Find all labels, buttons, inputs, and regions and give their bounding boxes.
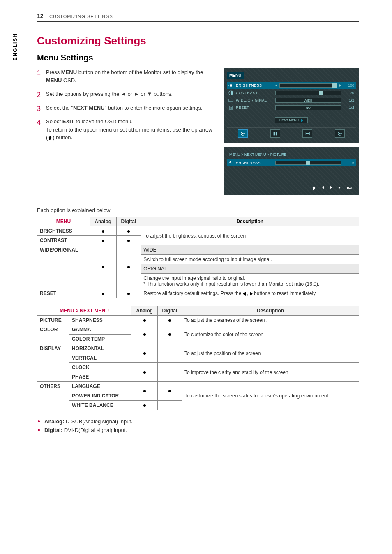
group-cell: OTHERS	[37, 382, 69, 410]
wide-original-select[interactable]: WIDE	[275, 98, 341, 103]
desc-cell: ORIGINAL	[141, 264, 359, 274]
step-text: Select the "	[46, 105, 73, 111]
dot-icon	[102, 240, 104, 242]
step-text: " button to enter the more option settin…	[105, 105, 203, 111]
note-text: Each option is explained below.	[37, 207, 359, 213]
osd-label: SHARPNESS	[236, 161, 273, 165]
osd-tab-display[interactable]	[270, 129, 280, 138]
svg-rect-12	[276, 132, 277, 136]
dot-icon	[143, 333, 146, 336]
brightness-icon	[228, 83, 233, 88]
menu-table: MENU Analog Digital Description BRIGHTNE…	[37, 217, 359, 298]
left-arrow-icon	[243, 292, 246, 296]
osd-exit-button[interactable]: EXIT	[347, 186, 354, 191]
analog-cell	[90, 236, 116, 245]
osd-row-wideoriginal[interactable]: WIDE/ORIGINAL WIDE 1/2	[227, 97, 356, 104]
reset-icon: R	[228, 105, 233, 110]
right-arrow-icon	[250, 292, 253, 296]
table-row: OTHERS LANGUAGE To customize the screen …	[37, 382, 359, 391]
osd-menu-panel: MENU BRIGHTNESS 100	[224, 68, 359, 143]
osd-row-brightness[interactable]: BRIGHTNESS 100	[227, 82, 356, 89]
table-row: CLOCK To improve the clarity and stabili…	[37, 363, 359, 372]
dot-icon	[143, 352, 146, 355]
note-label: Analog:	[44, 418, 64, 425]
digital-cell	[157, 344, 182, 363]
subtitle: Menu Settings	[37, 53, 359, 62]
menu-name-cell: WIDE/ORIGINAL	[37, 245, 90, 289]
table-header-analog: Analog	[90, 217, 116, 226]
sharpness-slider[interactable]	[275, 161, 341, 165]
table-header-analog: Analog	[131, 306, 158, 316]
item-cell: PHASE	[69, 372, 131, 382]
svg-point-16	[339, 133, 341, 134]
step-text: Set the options by pressing the ◄ or ► o…	[46, 91, 173, 97]
contrast-slider[interactable]	[275, 91, 341, 95]
item-cell: SHARPNESS	[69, 316, 131, 325]
osd-row-contrast[interactable]: CONTRAST 70	[227, 89, 356, 97]
notes-list: Analog: D-SUB(Analog signal) input. Digi…	[37, 418, 359, 433]
slider-left-arrow-icon	[275, 84, 277, 87]
osd-breadcrumb: MENU > NEXT MENU > PICTURE	[227, 150, 356, 159]
analog-cell	[131, 401, 158, 410]
analog-cell	[90, 289, 116, 298]
dot-icon	[168, 319, 171, 322]
digital-cell	[157, 401, 182, 410]
desc-cell: To customize the color of the screen	[182, 325, 359, 344]
osd-tab-others[interactable]	[335, 129, 345, 138]
osd-up-button[interactable]	[311, 186, 316, 191]
table-header-digital: Digital	[116, 217, 141, 226]
step-number: 4	[37, 118, 41, 127]
dot-icon	[127, 293, 130, 295]
osd-tab-screen[interactable]	[302, 129, 312, 138]
osd-down-button[interactable]	[338, 186, 341, 191]
note-analog: Analog: D-SUB(Analog signal) input.	[44, 418, 359, 425]
item-cell: POWER INDICATOR	[69, 391, 131, 401]
desc-text: buttons to reset immediately.	[253, 291, 317, 296]
button-label: NEXT MENU	[279, 118, 299, 122]
analog-cell	[131, 363, 158, 382]
reset-select[interactable]: NO	[275, 105, 341, 110]
table-row: BRIGHTNESS To adjust the brightness, con…	[37, 226, 359, 236]
digital-cell	[116, 236, 141, 245]
osd-label: CONTRAST	[236, 91, 273, 95]
desc-cell: Change the input image signal ratio to o…	[141, 274, 359, 289]
table-row: PICTURE SHARPNESS To adjust the clearnes…	[37, 316, 359, 325]
main-title: Customizing Settings	[37, 35, 359, 47]
dot-icon	[127, 266, 130, 268]
osd-row-sharpness[interactable]: A SHARPNESS 5	[227, 159, 356, 166]
step-text: ) button.	[53, 134, 72, 141]
next-menu-button[interactable]: NEXT MENU	[275, 117, 308, 123]
item-cell: COLOR TEMP	[69, 335, 131, 344]
digital-cell	[157, 325, 182, 344]
contrast-icon	[228, 90, 233, 95]
aspect-icon	[228, 98, 233, 103]
osd-row-reset[interactable]: R RESET NO 1/2	[227, 104, 356, 111]
step-text: OSD.	[62, 77, 76, 83]
analog-cell	[90, 245, 116, 289]
desc-text: Restore all factory default settings. Pr…	[143, 291, 242, 296]
osd-tab-color[interactable]	[238, 129, 248, 138]
osd-value: 100	[344, 83, 354, 88]
item-cell: HORIZONTAL	[69, 344, 131, 353]
desc-cell: Switch to full screen mode according to …	[141, 255, 359, 264]
table-header-menu: MENU > NEXT MENU	[37, 306, 131, 316]
desc-cell: Restore all factory default settings. Pr…	[141, 289, 359, 298]
table-header-digital: Digital	[157, 306, 182, 316]
osd-value: 70	[344, 91, 354, 95]
osd-left-button[interactable]	[322, 186, 324, 191]
dot-icon	[168, 390, 171, 392]
dot-icon	[127, 230, 130, 233]
step-bold: MENU	[61, 69, 77, 75]
item-cell: CLOCK	[69, 363, 131, 372]
osd-right-button[interactable]	[330, 186, 332, 191]
osd-value: 1/2	[344, 106, 354, 110]
desc-cell: To improve the clarity and stability of …	[182, 363, 359, 382]
digital-cell	[116, 289, 141, 298]
step-2: 2 Set the options by pressing the ◄ or ►…	[37, 90, 215, 98]
desc-cell: WIDE	[141, 245, 359, 255]
group-cell: PICTURE	[37, 316, 69, 325]
next-menu-table: MENU > NEXT MENU Analog Digital Descript…	[37, 306, 359, 410]
note-text: D-SUB(Analog signal) input.	[64, 418, 132, 425]
brightness-slider[interactable]	[279, 83, 337, 88]
step-text: button on the bottom of the Monitor set …	[77, 69, 203, 75]
